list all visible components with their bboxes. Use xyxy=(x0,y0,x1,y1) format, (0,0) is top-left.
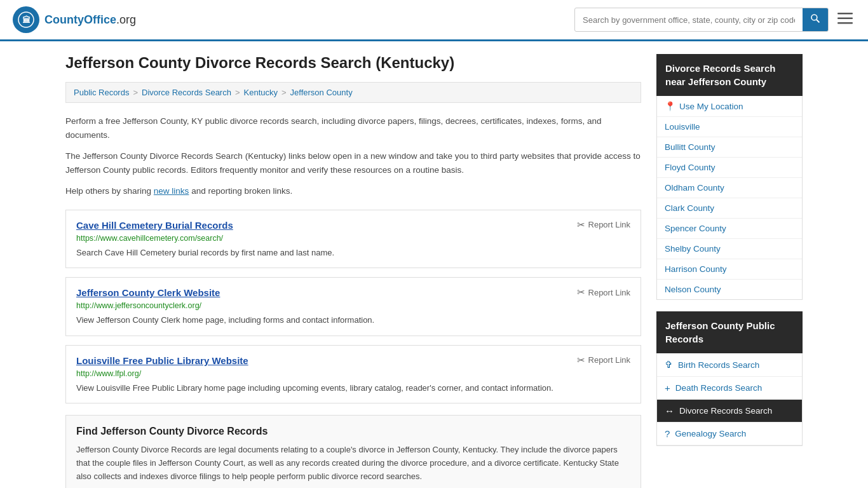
sidebar-nearby-item[interactable]: 📍Use My Location xyxy=(657,96,802,117)
link-card: Jefferson County Clerk Website ✂ Report … xyxy=(65,277,641,336)
sidebar-public-title: Jefferson County Public Records xyxy=(656,311,803,353)
logo-org: .org xyxy=(116,13,136,26)
page-title: Jefferson County Divorce Records Search … xyxy=(65,54,641,72)
link-card-link[interactable]: Cave Hill Cemetery Burial Records xyxy=(76,220,233,231)
logo-text: CountyOffice.org xyxy=(44,13,136,27)
content-area: Jefferson County Divorce Records Search … xyxy=(65,54,641,488)
breadcrumb-kentucky[interactable]: Kentucky xyxy=(244,88,278,97)
header-right xyxy=(574,8,855,32)
pub-item-icon: ? xyxy=(665,428,670,439)
sidebar-nearby-item[interactable]: Bullitt County xyxy=(657,137,802,158)
svg-line-3 xyxy=(817,20,819,22)
breadcrumb-divorce-records[interactable]: Divorce Records Search xyxy=(142,88,231,97)
link-card-url: http://www.lfpl.org/ xyxy=(76,369,630,378)
pin-icon: 📍 xyxy=(665,101,675,111)
link-card-title: Jefferson County Clerk Website xyxy=(76,287,220,299)
link-card-title: Louisville Free Public Library Website xyxy=(76,355,248,367)
pub-item-label: Divorce Records Search xyxy=(679,406,772,416)
link-card-url: http://www.jeffersoncountyclerk.org/ xyxy=(76,301,630,310)
svg-point-2 xyxy=(811,15,817,20)
report-icon: ✂ xyxy=(577,287,585,298)
pub-item-icon: + xyxy=(665,383,670,393)
find-section-title: Find Jefferson County Divorce Records xyxy=(76,426,630,437)
report-icon: ✂ xyxy=(577,219,585,231)
logo-icon: 🏛 xyxy=(13,6,39,33)
description-para3: Help others by sharing new links and rep… xyxy=(65,184,641,198)
use-my-location-label: Use My Location xyxy=(679,102,743,111)
report-icon: ✂ xyxy=(577,355,585,366)
sidebar-nearby-item[interactable]: Spencer County xyxy=(657,219,802,239)
pub-item-label: Genealogy Search xyxy=(675,429,746,438)
report-link-label: Report Link xyxy=(588,220,630,229)
description-para3b: and reporting broken links. xyxy=(191,186,292,196)
report-link-button[interactable]: ✂ Report Link xyxy=(577,355,630,366)
link-cards: Cave Hill Cemetery Burial Records ✂ Repo… xyxy=(65,210,641,404)
svg-rect-4 xyxy=(837,13,853,15)
sidebar-nearby-item[interactable]: Oldham County xyxy=(657,178,802,198)
sidebar-nearby-item[interactable]: Nelson County xyxy=(657,280,802,299)
link-card-desc: View Louisville Free Public Library home… xyxy=(76,382,630,395)
find-section-body: Jefferson County Divorce Records are leg… xyxy=(76,444,630,483)
search-button[interactable] xyxy=(803,8,828,31)
sidebar-public-box: Jefferson County Public Records ✞Birth R… xyxy=(656,311,803,446)
link-card-link[interactable]: Jefferson County Clerk Website xyxy=(76,287,220,298)
svg-rect-6 xyxy=(837,22,853,24)
description-para1: Perform a free Jefferson County, KY publ… xyxy=(65,114,641,142)
pub-item-label: Death Records Search xyxy=(675,383,763,393)
search-bar xyxy=(574,8,829,32)
logo-county: CountyOffice xyxy=(44,13,116,26)
hamburger-menu-button[interactable] xyxy=(835,9,855,30)
breadcrumb-sep3: > xyxy=(281,88,287,97)
link-card-desc: View Jefferson County Clerk home page, i… xyxy=(76,314,630,327)
sidebar-public-item[interactable]: ✞Birth Records Search xyxy=(657,353,802,377)
report-link-label: Report Link xyxy=(588,288,630,297)
report-link-button[interactable]: ✂ Report Link xyxy=(577,219,630,231)
sidebar-nearby-title: Divorce Records Search near Jefferson Co… xyxy=(656,54,803,96)
description-area: Perform a free Jefferson County, KY publ… xyxy=(65,114,641,198)
link-card-desc: Search Cave Hill Cemetery burial records… xyxy=(76,247,630,259)
sidebar-nearby-list: 📍Use My LocationLouisvilleBullitt County… xyxy=(656,96,803,300)
description-para2: The Jefferson County Divorce Records Sea… xyxy=(65,149,641,177)
sidebar-public-list: ✞Birth Records Search+Death Records Sear… xyxy=(656,353,803,446)
breadcrumb-sep2: > xyxy=(235,88,240,97)
breadcrumb: Public Records > Divorce Records Search … xyxy=(65,82,641,103)
report-link-label: Report Link xyxy=(588,355,630,365)
find-section: Find Jefferson County Divorce Records Je… xyxy=(65,415,641,488)
site-header: 🏛 CountyOffice.org xyxy=(0,0,868,41)
pub-item-icon: ✞ xyxy=(665,359,673,370)
sidebar-nearby-item[interactable]: Clark County xyxy=(657,198,802,219)
pub-item-label: Birth Records Search xyxy=(678,360,759,370)
svg-text:🏛: 🏛 xyxy=(22,15,31,25)
logo-area: 🏛 CountyOffice.org xyxy=(13,6,136,33)
sidebar: Divorce Records Search near Jefferson Co… xyxy=(656,54,803,488)
sidebar-nearby-item[interactable]: Shelby County xyxy=(657,239,802,259)
sidebar-nearby-item[interactable]: Harrison County xyxy=(657,259,802,280)
sidebar-public-item[interactable]: +Death Records Search xyxy=(657,377,802,400)
main-container: Jefferson County Divorce Records Search … xyxy=(53,41,815,488)
breadcrumb-jefferson-county[interactable]: Jefferson County xyxy=(290,88,353,97)
link-card-url: https://www.cavehillcemetery.com/search/ xyxy=(76,234,630,243)
svg-rect-5 xyxy=(837,18,853,20)
sidebar-nearby-item[interactable]: Floyd County xyxy=(657,158,802,178)
breadcrumb-public-records[interactable]: Public Records xyxy=(74,88,129,97)
new-links-link[interactable]: new links xyxy=(154,186,189,196)
breadcrumb-sep1: > xyxy=(133,88,138,97)
sidebar-public-item[interactable]: ?Genealogy Search xyxy=(657,423,802,445)
sidebar-public-item[interactable]: ↔Divorce Records Search xyxy=(657,400,802,423)
pub-item-icon: ↔ xyxy=(665,405,674,416)
link-card: Cave Hill Cemetery Burial Records ✂ Repo… xyxy=(65,210,641,269)
sidebar-nearby-item[interactable]: Louisville xyxy=(657,117,802,137)
link-card: Louisville Free Public Library Website ✂… xyxy=(65,345,641,404)
report-link-button[interactable]: ✂ Report Link xyxy=(577,287,630,298)
description-para3-text: Help others by sharing xyxy=(65,186,151,196)
link-card-title: Cave Hill Cemetery Burial Records xyxy=(76,219,233,231)
search-input[interactable] xyxy=(575,10,803,30)
link-card-link[interactable]: Louisville Free Public Library Website xyxy=(76,355,248,366)
sidebar-nearby-box: Divorce Records Search near Jefferson Co… xyxy=(656,54,803,300)
